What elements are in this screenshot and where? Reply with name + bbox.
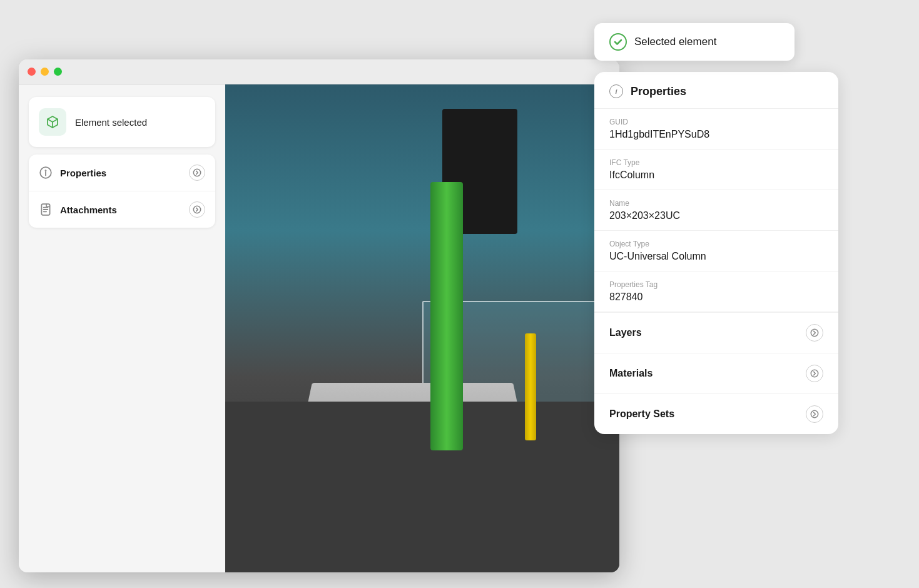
section-item-materials[interactable]: Materials (594, 353, 838, 393)
element-selected-card: Element selected (29, 97, 215, 147)
properties-label: Properties (60, 168, 181, 178)
guid-value: 1Hd1gbdITEnPYSuD8 (609, 129, 823, 140)
yellow-post (525, 333, 536, 441)
attachments-label: Attachments (60, 205, 181, 215)
tooltip-label: Selected element (634, 36, 716, 48)
cube-icon (45, 114, 60, 129)
property-row-guid: GUID 1Hd1gbdITEnPYSuD8 (594, 109, 838, 150)
properties-tag-label: Properties Tag (609, 280, 823, 289)
properties-list: GUID 1Hd1gbdITEnPYSuD8 IFC Type IfcColum… (594, 109, 838, 434)
element-icon-box (39, 108, 66, 136)
materials-label: Materials (609, 368, 806, 379)
ifc-type-label: IFC Type (609, 158, 823, 167)
info-icon (39, 166, 53, 180)
name-value: 203×203×23UC (609, 210, 823, 221)
left-sidebar: Element selected Properties (19, 84, 225, 572)
minimize-button[interactable] (41, 68, 49, 76)
svg-point-12 (811, 329, 818, 336)
svg-point-14 (811, 410, 818, 417)
panel-title: Properties (631, 85, 686, 98)
sidebar-item-attachments[interactable]: Attachments (29, 191, 215, 228)
attachments-arrow[interactable] (189, 201, 205, 218)
document-icon (39, 203, 53, 216)
materials-arrow[interactable] (806, 365, 823, 382)
section-item-property-sets[interactable]: Property Sets (594, 393, 838, 434)
app-window: Element selected Properties (19, 59, 619, 572)
ifc-type-value: IfcColumn (609, 170, 823, 181)
close-button[interactable] (28, 68, 36, 76)
info-icon: i (609, 84, 623, 98)
green-column (430, 182, 463, 450)
scene (225, 84, 619, 572)
svg-point-11 (193, 206, 200, 213)
object-type-label: Object Type (609, 240, 823, 248)
property-row-name: Name 203×203×23UC (594, 190, 838, 231)
name-label: Name (609, 199, 823, 208)
property-sets-label: Property Sets (609, 408, 806, 420)
layers-arrow[interactable] (806, 324, 823, 342)
sidebar-menu-card: Properties (29, 155, 215, 228)
section-item-layers[interactable]: Layers (594, 312, 838, 353)
properties-tag-value: 827840 (609, 291, 823, 303)
title-bar (19, 59, 619, 84)
fullscreen-button[interactable] (54, 68, 62, 76)
svg-line-2 (48, 119, 53, 123)
property-sets-arrow[interactable] (806, 405, 823, 423)
guid-label: GUID (609, 118, 823, 126)
check-icon (609, 33, 627, 51)
right-properties-panel: i Properties GUID 1Hd1gbdITEnPYSuD8 IFC … (594, 72, 838, 434)
scene-floor (225, 402, 619, 572)
property-row-ifc-type: IFC Type IfcColumn (594, 150, 838, 190)
property-row-properties-tag: Properties Tag 827840 (594, 271, 838, 312)
panel-header: i Properties (594, 72, 838, 109)
selected-element-tooltip: Selected element (594, 23, 795, 61)
svg-point-5 (45, 170, 46, 171)
properties-arrow[interactable] (189, 165, 205, 181)
element-selected-label: Element selected (75, 117, 147, 128)
svg-point-13 (811, 370, 818, 377)
object-type-value: UC-Universal Column (609, 251, 823, 262)
svg-point-6 (193, 169, 200, 176)
property-row-object-type: Object Type UC-Universal Column (594, 231, 838, 271)
layers-label: Layers (609, 327, 806, 338)
svg-line-1 (53, 119, 58, 123)
sidebar-item-properties[interactable]: Properties (29, 155, 215, 191)
viewport[interactable] (225, 84, 619, 572)
